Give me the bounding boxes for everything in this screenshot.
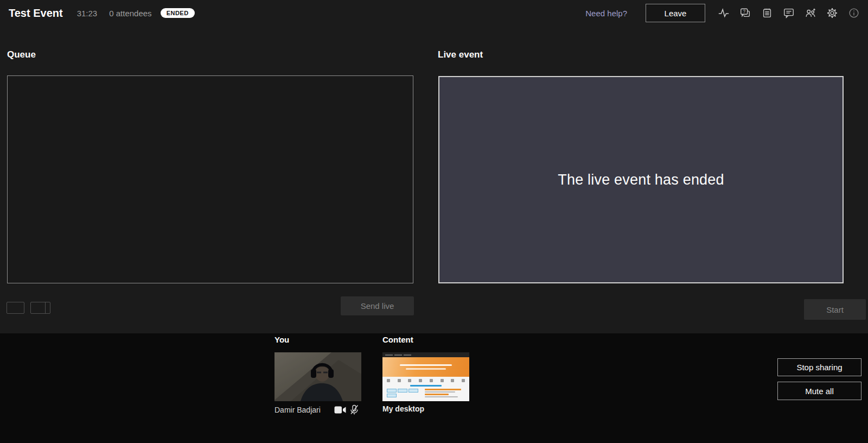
settings-gear-icon[interactable] bbox=[821, 2, 843, 24]
content-section-label: Content bbox=[382, 335, 413, 344]
queue-drop-area[interactable] bbox=[7, 75, 413, 283]
send-live-button[interactable]: Send live bbox=[341, 296, 414, 315]
stop-sharing-button[interactable]: Stop sharing bbox=[777, 358, 861, 376]
camera-on-icon bbox=[333, 406, 347, 414]
invite-people-icon[interactable] bbox=[800, 2, 821, 24]
mic-off-icon bbox=[347, 404, 361, 415]
toolbar-icons: ? bbox=[713, 2, 865, 24]
webcam-image bbox=[275, 352, 361, 401]
event-title: Test Event bbox=[9, 7, 63, 20]
health-pulse-icon[interactable] bbox=[713, 2, 735, 24]
your-camera-thumbnail[interactable] bbox=[275, 352, 361, 401]
chat-icon[interactable] bbox=[778, 2, 800, 24]
queue-title: Queue bbox=[7, 49, 36, 60]
mute-all-button[interactable]: Mute all bbox=[777, 382, 861, 400]
split-divider bbox=[45, 302, 46, 313]
event-timer: 31:23 bbox=[77, 9, 98, 18]
live-event-stage: The live event has ended bbox=[438, 76, 844, 283]
start-button[interactable]: Start bbox=[804, 299, 866, 320]
layout-split-button[interactable] bbox=[30, 302, 50, 314]
mini-page-body bbox=[382, 377, 469, 401]
bottom-bar: You Damir Bad bbox=[0, 333, 868, 443]
attendee-count: 0 attendees bbox=[109, 9, 151, 18]
layout-single-button[interactable] bbox=[7, 302, 24, 314]
mini-browser-bar bbox=[382, 352, 469, 357]
need-help-link[interactable]: Need help? bbox=[585, 9, 627, 18]
info-icon[interactable] bbox=[843, 2, 865, 24]
live-event-producer-window: Test Event 31:23 0 attendees ENDED Need … bbox=[0, 0, 868, 443]
you-name-row: Damir Badjari bbox=[275, 404, 361, 415]
participant-name: Damir Badjari bbox=[275, 406, 333, 414]
qna-icon[interactable]: ? bbox=[735, 2, 756, 24]
live-event-message: The live event has ended bbox=[558, 172, 724, 188]
notes-icon[interactable] bbox=[756, 2, 778, 24]
svg-text:?: ? bbox=[743, 9, 745, 14]
shared-content-thumbnail[interactable] bbox=[382, 352, 469, 401]
leave-button[interactable]: Leave bbox=[646, 4, 705, 22]
mini-orange-banner bbox=[382, 357, 469, 377]
status-badge: ENDED bbox=[161, 8, 195, 18]
top-bar-right: Need help? Leave ? bbox=[585, 2, 868, 24]
content-name: My desktop bbox=[382, 404, 424, 413]
live-event-title: Live event bbox=[438, 49, 483, 60]
top-bar: Test Event 31:23 0 attendees ENDED Need … bbox=[0, 0, 868, 26]
you-section-label: You bbox=[275, 335, 289, 344]
